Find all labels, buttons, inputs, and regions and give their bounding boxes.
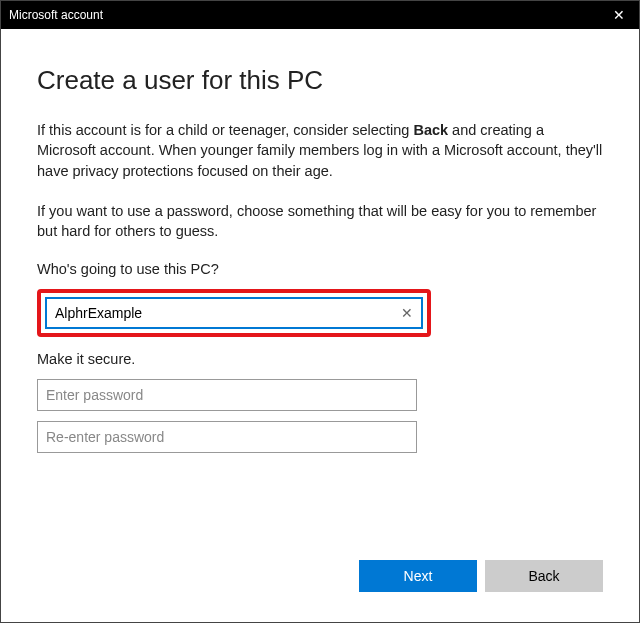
button-row: Next Back — [37, 560, 603, 602]
password-confirm-input[interactable] — [37, 421, 417, 453]
dialog-window: Microsoft account ✕ Create a user for th… — [0, 0, 640, 623]
username-input-wrap: ✕ — [45, 297, 423, 329]
clear-input-button[interactable]: ✕ — [397, 303, 417, 323]
p1-pre: If this account is for a child or teenag… — [37, 122, 413, 138]
username-label: Who's going to use this PC? — [37, 261, 603, 277]
secure-label: Make it secure. — [37, 351, 603, 367]
intro-paragraph-1: If this account is for a child or teenag… — [37, 120, 603, 181]
p1-bold: Back — [413, 122, 448, 138]
content-area: Create a user for this PC If this accoun… — [1, 29, 639, 622]
close-icon: ✕ — [613, 7, 625, 23]
close-button[interactable]: ✕ — [599, 1, 639, 29]
page-heading: Create a user for this PC — [37, 65, 603, 96]
back-button[interactable]: Back — [485, 560, 603, 592]
password-input[interactable] — [37, 379, 417, 411]
intro-paragraph-2: If you want to use a password, choose so… — [37, 201, 603, 242]
window-title: Microsoft account — [9, 8, 599, 22]
clear-icon: ✕ — [401, 305, 413, 321]
username-highlight: ✕ — [37, 289, 431, 337]
username-input[interactable] — [45, 297, 423, 329]
title-bar: Microsoft account ✕ — [1, 1, 639, 29]
next-button[interactable]: Next — [359, 560, 477, 592]
